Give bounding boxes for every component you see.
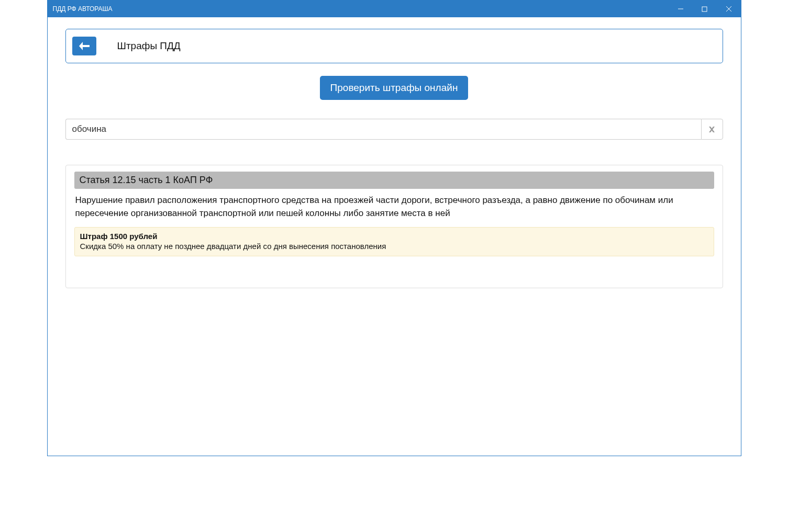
window-titlebar: ПДД РФ АВТОРАША xyxy=(48,1,741,17)
search-bar xyxy=(65,119,723,140)
window-title: ПДД РФ АВТОРАША xyxy=(53,5,669,13)
close-button[interactable] xyxy=(717,1,741,17)
clear-icon xyxy=(708,126,716,133)
svg-rect-1 xyxy=(702,7,707,12)
article-text: Нарушение правил расположения транспортн… xyxy=(74,189,714,227)
primary-action-wrap: Проверить штрафы онлайн xyxy=(65,76,723,100)
article-title: Статья 12.15 часть 1 КоАП РФ xyxy=(74,172,714,189)
arrow-left-icon xyxy=(79,41,90,51)
penalty-box: Штраф 1500 рублей Скидка 50% на оплату н… xyxy=(74,227,714,256)
check-fines-online-button[interactable]: Проверить штрафы онлайн xyxy=(320,76,469,100)
results-panel: Статья 12.15 часть 1 КоАП РФ Нарушение п… xyxy=(65,165,723,288)
app-window: ПДД РФ АВТОРАША xyxy=(47,0,741,456)
penalty-note: Скидка 50% на оплату не позднее двадцати… xyxy=(80,242,708,251)
back-button[interactable] xyxy=(72,37,96,55)
maximize-button[interactable] xyxy=(693,1,717,17)
search-input[interactable] xyxy=(65,119,701,140)
maximize-icon xyxy=(702,6,707,12)
penalty-title: Штраф 1500 рублей xyxy=(80,232,708,241)
close-icon xyxy=(726,6,732,12)
content-area: Штрафы ПДД Проверить штрафы онлайн Стать… xyxy=(48,17,741,456)
page-title: Штрафы ПДД xyxy=(117,40,181,52)
page-header-panel: Штрафы ПДД xyxy=(65,29,723,63)
window-controls xyxy=(669,1,741,17)
clear-search-button[interactable] xyxy=(701,119,723,140)
minimize-button[interactable] xyxy=(669,1,693,17)
minimize-icon xyxy=(678,6,684,12)
